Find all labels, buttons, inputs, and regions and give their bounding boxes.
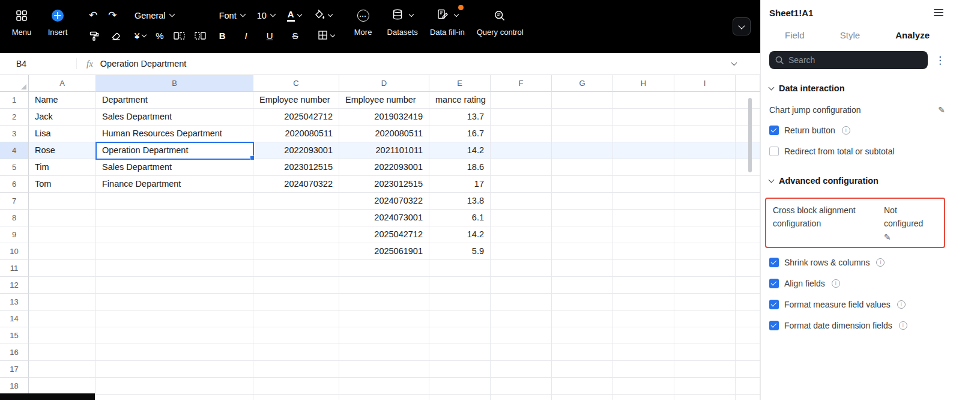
cell-G16[interactable] [552,344,613,361]
cell-H8[interactable] [613,210,674,226]
cell-H9[interactable] [613,226,674,243]
cell-A7[interactable] [29,193,96,210]
cell-extra-19[interactable] [736,395,760,400]
cell-C19[interactable] [253,395,339,400]
cell-C14[interactable] [253,311,339,327]
cell-I6[interactable] [674,176,736,193]
row-header-7[interactable]: 7 [0,193,29,210]
cell-I2[interactable] [674,109,736,126]
cell-F11[interactable] [491,260,552,277]
undo-icon[interactable]: ↶ [89,10,97,20]
tab-analyze[interactable]: Analyze [895,30,930,40]
cell-B19[interactable] [96,395,253,400]
column-header-extra[interactable] [736,75,760,92]
info-icon[interactable]: i [899,321,907,330]
redo-icon[interactable]: ↷ [108,10,116,20]
row-header-16[interactable]: 16 [0,344,29,361]
cell-C15[interactable] [253,327,339,344]
cell-F1[interactable] [491,92,552,109]
cell-E2[interactable]: 13.7 [429,109,491,126]
cell-A11[interactable] [29,260,96,277]
cell-C10[interactable] [253,243,339,260]
format-date-dimension-checkbox[interactable] [769,321,779,330]
cell-G8[interactable] [552,210,613,226]
edit-icon[interactable]: ✎ [884,231,938,244]
cell-G1[interactable] [552,92,613,109]
cell-E8[interactable]: 6.1 [429,210,491,226]
cell-G12[interactable] [552,277,613,294]
row-header-18[interactable]: 18 [0,378,29,395]
cell-I14[interactable] [674,311,736,327]
cell-A4[interactable]: Rose [29,142,96,159]
cell-B7[interactable] [96,193,253,210]
cell-E18[interactable] [429,378,491,395]
cell-F10[interactable] [491,243,552,260]
cell-A5[interactable]: Tim [29,159,96,176]
cell-C9[interactable] [253,226,339,243]
cell-C13[interactable] [253,294,339,311]
section-data-interaction[interactable]: Data interaction [769,83,945,93]
cell-A10[interactable] [29,243,96,260]
cell-extra-14[interactable] [736,311,760,327]
cell-B17[interactable] [96,361,253,378]
column-header-B[interactable]: B [96,75,253,92]
cell-G17[interactable] [552,361,613,378]
cell-I15[interactable] [674,327,736,344]
cell-E13[interactable] [429,294,491,311]
cell-G2[interactable] [552,109,613,126]
cell-E16[interactable] [429,344,491,361]
cell-D18[interactable] [339,378,429,395]
cell-F19[interactable] [491,395,552,400]
cell-E7[interactable]: 13.8 [429,193,491,210]
cell-H6[interactable] [613,176,674,193]
cell-F3[interactable] [491,126,552,142]
cell-C3[interactable]: 2020080511 [253,126,339,142]
align-fields-checkbox[interactable] [769,279,779,288]
cell-D19[interactable] [339,395,429,400]
font-family-dropdown[interactable]: Font [219,11,245,20]
section-advanced-configuration[interactable]: Advanced configuration [769,176,945,186]
cell-I17[interactable] [674,361,736,378]
cell-C17[interactable] [253,361,339,378]
cell-D4[interactable]: 2021101011 [339,142,429,159]
cell-D16[interactable] [339,344,429,361]
cell-C6[interactable]: 2024070322 [253,176,339,193]
kebab-menu-icon[interactable]: ⋮ [935,54,945,66]
return-button-checkbox[interactable] [769,126,779,135]
tab-style[interactable]: Style [840,30,860,40]
cell-A3[interactable]: Lisa [29,126,96,142]
cell-B3[interactable]: Human Resources Department [96,126,253,142]
more-button[interactable]: ... More [345,0,381,53]
font-color-button[interactable]: A [287,9,301,22]
cell-D14[interactable] [339,311,429,327]
strikethrough-button[interactable]: S [292,31,298,40]
cell-D10[interactable]: 2025061901 [339,243,429,260]
cell-F15[interactable] [491,327,552,344]
fx-icon[interactable]: fx [86,59,93,69]
cell-C5[interactable]: 2023012515 [253,159,339,176]
cell-H17[interactable] [613,361,674,378]
increase-decimal-icon[interactable] [174,31,185,40]
info-icon[interactable]: i [897,300,906,309]
decrease-decimal-icon[interactable] [195,31,206,40]
cell-I9[interactable] [674,226,736,243]
row-header-5[interactable]: 5 [0,159,29,176]
cell-D2[interactable]: 2019032419 [339,109,429,126]
cell-F14[interactable] [491,311,552,327]
cell-H16[interactable] [613,344,674,361]
cell-B1[interactable]: Department [96,92,253,109]
cell-F13[interactable] [491,294,552,311]
column-header-D[interactable]: D [339,75,429,92]
cell-A15[interactable] [29,327,96,344]
cell-extra-15[interactable] [736,327,760,344]
cell-H14[interactable] [613,311,674,327]
cell-A1[interactable]: Name [29,92,96,109]
menu-button[interactable]: Menu [4,0,40,53]
query-control-button[interactable]: Query control [471,0,530,53]
cell-extra-12[interactable] [736,277,760,294]
cell-I16[interactable] [674,344,736,361]
cell-H1[interactable] [613,92,674,109]
vertical-scrollbar[interactable] [748,98,752,172]
info-icon[interactable]: i [842,126,850,135]
cell-D11[interactable] [339,260,429,277]
